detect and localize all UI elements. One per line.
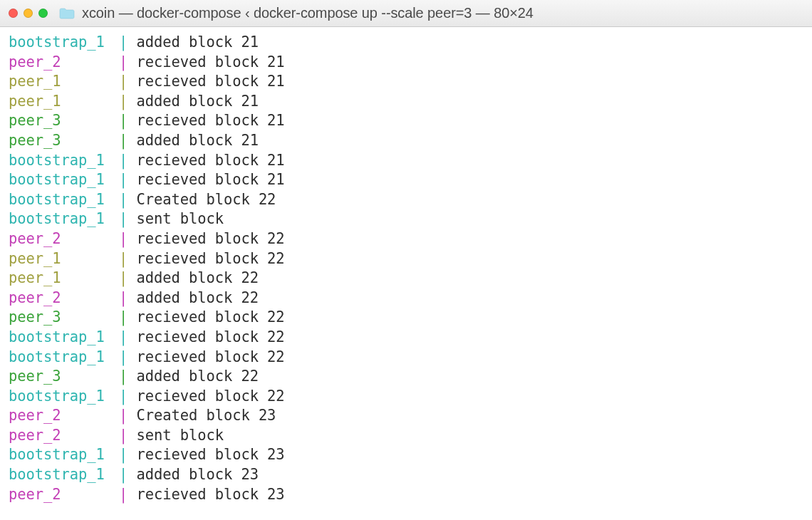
log-prefix: bootstrap_1 <box>9 348 119 368</box>
log-line: peer_3| recieved block 22 <box>9 308 805 328</box>
log-line: bootstrap_1| recieved block 21 <box>9 170 805 190</box>
log-line: peer_3| added block 22 <box>9 367 805 387</box>
log-message: added block 21 <box>127 33 259 51</box>
log-message: added block 22 <box>127 289 259 306</box>
log-message: Created block 22 <box>127 191 276 208</box>
log-prefix: bootstrap_1 <box>9 170 119 190</box>
log-message: recieved block 21 <box>127 171 284 188</box>
close-window-button[interactable] <box>9 9 18 18</box>
log-message: recieved block 23 <box>127 446 284 463</box>
log-line: bootstrap_1| added block 23 <box>9 465 805 485</box>
log-message: recieved block 21 <box>127 53 284 71</box>
log-line: bootstrap_1| recieved block 21 <box>9 151 805 171</box>
log-prefix: peer_2 <box>9 288 119 308</box>
window-title: xcoin — docker-compose ‹ docker-compose … <box>82 5 533 21</box>
log-line: bootstrap_1| added block 21 <box>9 33 805 53</box>
log-message: recieved block 22 <box>127 328 284 345</box>
log-line: bootstrap_1| recieved block 23 <box>9 445 805 465</box>
log-separator: | <box>119 269 127 286</box>
log-separator: | <box>119 171 127 188</box>
log-line: bootstrap_1| recieved block 22 <box>9 387 805 407</box>
log-separator: | <box>119 348 127 365</box>
log-message: recieved block 23 <box>127 486 284 503</box>
log-line: bootstrap_1| recieved block 22 <box>9 328 805 348</box>
log-line: peer_3| added block 21 <box>9 131 805 151</box>
traffic-lights <box>9 9 48 18</box>
log-prefix: peer_3 <box>9 308 119 328</box>
window-titlebar: xcoin — docker-compose ‹ docker-compose … <box>0 0 812 27</box>
log-prefix: bootstrap_1 <box>9 445 119 465</box>
log-prefix: peer_2 <box>9 53 119 73</box>
log-message: added block 21 <box>127 132 259 149</box>
log-prefix: peer_1 <box>9 269 119 288</box>
log-line: peer_2| Created block 23 <box>9 406 805 426</box>
log-separator: | <box>119 152 127 169</box>
log-message: Created block 23 <box>127 407 276 424</box>
folder-icon <box>59 8 75 19</box>
log-line: bootstrap_1| sent block <box>9 209 805 229</box>
terminal-output[interactable]: bootstrap_1| added block 21peer_2| recie… <box>0 27 812 510</box>
log-line: peer_2| recieved block 23 <box>9 485 805 505</box>
log-line: peer_2| sent block <box>9 426 805 446</box>
log-line: bootstrap_1| recieved block 22 <box>9 348 805 368</box>
log-separator: | <box>119 289 127 306</box>
log-message: added block 22 <box>127 368 259 385</box>
log-separator: | <box>119 486 127 503</box>
log-separator: | <box>119 210 127 227</box>
log-prefix: peer_3 <box>9 111 119 131</box>
log-separator: | <box>119 308 127 326</box>
log-separator: | <box>119 466 127 483</box>
log-prefix: bootstrap_1 <box>9 33 119 53</box>
log-prefix: bootstrap_1 <box>9 190 119 210</box>
log-message: recieved block 22 <box>127 230 284 247</box>
log-prefix: peer_3 <box>9 131 119 151</box>
log-prefix: peer_1 <box>9 72 119 92</box>
log-line: peer_2| recieved block 22 <box>9 229 805 249</box>
log-separator: | <box>119 191 127 208</box>
log-message: recieved block 21 <box>127 112 284 129</box>
log-message: recieved block 22 <box>127 308 284 326</box>
log-prefix: peer_2 <box>9 426 119 446</box>
log-prefix: peer_1 <box>9 92 119 112</box>
log-line: peer_1| recieved block 21 <box>9 72 805 92</box>
log-message: recieved block 22 <box>127 388 284 405</box>
log-message: recieved block 21 <box>127 152 284 169</box>
log-line: peer_2| added block 22 <box>9 288 805 308</box>
log-separator: | <box>119 328 127 345</box>
log-separator: | <box>119 427 127 444</box>
minimize-window-button[interactable] <box>24 9 33 18</box>
log-message: added block 21 <box>127 93 259 110</box>
log-line: peer_1| added block 22 <box>9 269 805 288</box>
log-line: peer_1| recieved block 22 <box>9 249 805 269</box>
log-message: sent block <box>127 210 224 227</box>
log-message: added block 23 <box>127 466 259 483</box>
log-prefix: bootstrap_1 <box>9 328 119 348</box>
log-message: recieved block 22 <box>127 348 284 365</box>
log-separator: | <box>119 33 127 51</box>
log-prefix: peer_1 <box>9 249 119 269</box>
log-message: recieved block 22 <box>127 250 284 267</box>
log-prefix: bootstrap_1 <box>9 465 119 485</box>
log-separator: | <box>119 53 127 71</box>
log-prefix: peer_2 <box>9 406 119 426</box>
log-prefix: bootstrap_1 <box>9 387 119 407</box>
log-separator: | <box>119 230 127 247</box>
log-message: recieved block 21 <box>127 73 284 90</box>
log-prefix: peer_3 <box>9 367 119 387</box>
log-separator: | <box>119 388 127 405</box>
log-separator: | <box>119 93 127 110</box>
log-prefix: peer_2 <box>9 485 119 505</box>
log-prefix: bootstrap_1 <box>9 209 119 229</box>
log-separator: | <box>119 250 127 267</box>
log-prefix: bootstrap_1 <box>9 151 119 171</box>
log-separator: | <box>119 132 127 149</box>
log-message: added block 22 <box>127 269 259 286</box>
log-separator: | <box>119 407 127 424</box>
log-line: bootstrap_1| Created block 22 <box>9 190 805 210</box>
maximize-window-button[interactable] <box>38 9 48 18</box>
log-separator: | <box>119 112 127 129</box>
log-line: peer_1| added block 21 <box>9 92 805 112</box>
log-line: peer_3| recieved block 21 <box>9 111 805 131</box>
log-separator: | <box>119 368 127 385</box>
log-separator: | <box>119 73 127 90</box>
